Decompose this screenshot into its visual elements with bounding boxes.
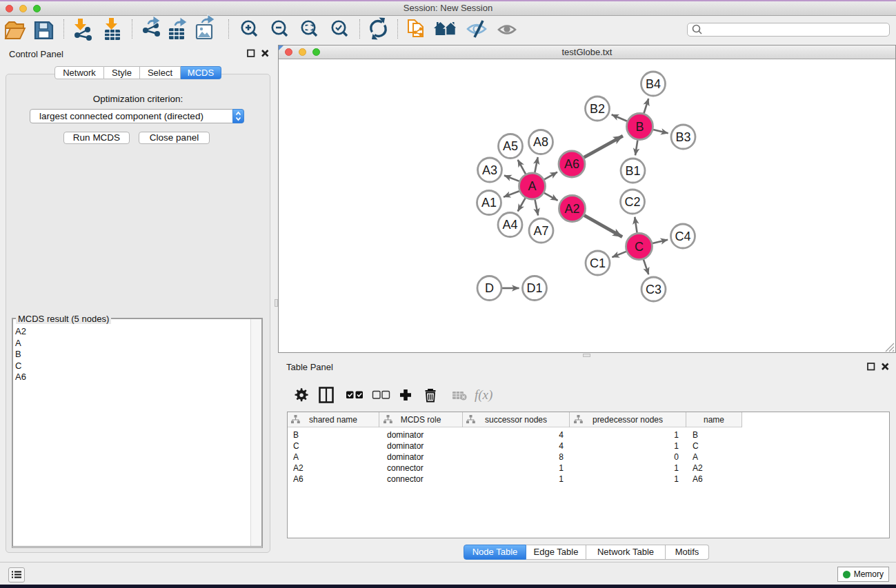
svg-text:B: B <box>635 120 644 134</box>
svg-text:A4: A4 <box>502 218 517 232</box>
svg-text:A1: A1 <box>481 196 497 210</box>
svg-text:B3: B3 <box>675 130 690 144</box>
svg-text:C2: C2 <box>624 195 640 209</box>
svg-text:C1: C1 <box>590 256 606 270</box>
svg-text:C3: C3 <box>646 283 661 296</box>
svg-text:A3: A3 <box>482 163 497 177</box>
svg-text:f(x): f(x) <box>475 387 492 403</box>
svg-text:A2: A2 <box>564 202 579 216</box>
svg-text:A7: A7 <box>533 224 548 238</box>
svg-text:A5: A5 <box>503 139 518 153</box>
svg-text:D: D <box>485 281 494 295</box>
svg-text:C4: C4 <box>675 230 690 243</box>
svg-text:B2: B2 <box>590 102 605 116</box>
svg-text:C: C <box>635 240 644 254</box>
svg-text:B4: B4 <box>646 77 661 91</box>
svg-text:A: A <box>528 179 536 193</box>
svg-text:B1: B1 <box>625 164 640 178</box>
svg-text:A8: A8 <box>533 135 548 149</box>
svg-text:D1: D1 <box>526 281 542 295</box>
svg-text:A6: A6 <box>564 157 579 171</box>
